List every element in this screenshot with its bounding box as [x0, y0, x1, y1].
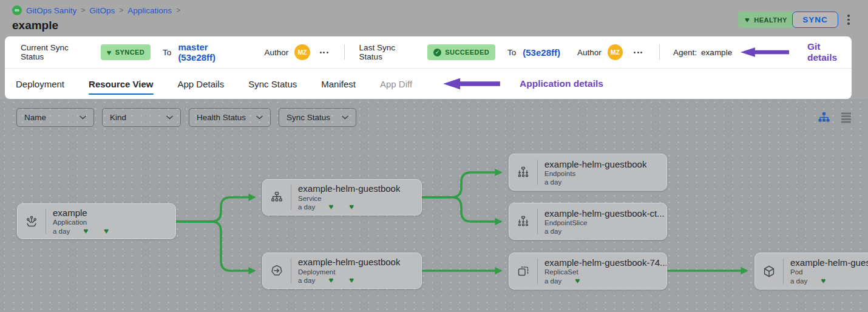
service-icon: [263, 190, 291, 205]
node-age: a day: [53, 228, 70, 235]
gitops-logo-icon: ∞: [12, 5, 22, 15]
agent-value: example: [701, 48, 732, 57]
deployment-icon: [263, 263, 291, 278]
divider: [344, 44, 345, 60]
node-kind: Service: [298, 195, 400, 202]
healthy-heart-icons: ♥: [575, 277, 580, 285]
node-title: example-helm-guestbook-ct...: [544, 208, 665, 219]
breadcrumb-separator: >: [81, 6, 85, 15]
author-label: Author: [577, 48, 602, 57]
annotation-arrow-left-icon: [740, 46, 790, 58]
sync-button[interactable]: SYNC: [792, 12, 838, 28]
tab-manifest[interactable]: Manifest: [321, 69, 356, 99]
node-title: example-helm-guestbook: [298, 257, 400, 267]
app-header-card: Current Sync Status ♥ SYNCED To master (…: [5, 36, 852, 99]
node-kind: Application: [53, 219, 109, 226]
breadcrumb-link-applications[interactable]: Applications: [127, 6, 172, 15]
node-age: a day: [790, 277, 807, 285]
endpoints-icon: [509, 165, 537, 180]
breadcrumb-link-project[interactable]: GitOps Sanity: [26, 6, 76, 15]
node-kind: EndpointSlice: [544, 219, 665, 226]
filter-sync-status-dropdown[interactable]: Sync Status: [279, 108, 356, 127]
chevron-down-icon: [166, 115, 173, 120]
tab-deployment[interactable]: Deployment: [16, 69, 64, 99]
current-sync-status-label: Current Sync Status: [21, 43, 92, 61]
replicaset-icon: [509, 264, 537, 279]
last-sync-status-label: Last Sync Status: [359, 43, 419, 61]
node-pod[interactable]: example-helm-guestbook Pod a day ♥: [754, 253, 868, 290]
last-commit-link[interactable]: (53e28ff): [523, 47, 560, 58]
healthy-heart-icons: ♥: [821, 277, 826, 285]
breadcrumb-separator: >: [176, 6, 180, 15]
divider: [659, 44, 660, 60]
node-title: example: [53, 208, 109, 218]
chevron-down-icon: [256, 115, 263, 120]
node-title: example-helm-guestbook: [298, 183, 400, 194]
node-deployment[interactable]: example-helm-guestbook Deployment a day …: [262, 253, 422, 289]
gitops-app-page: ∞ GitOps Sanity > GitOps > Applications …: [0, 0, 868, 312]
filter-label: Sync Status: [287, 113, 330, 122]
git-details-annotation: Git details: [807, 41, 852, 63]
endpointslice-icon: [509, 214, 537, 229]
more-options-icon[interactable]: [319, 49, 330, 56]
application-details-annotation: Application details: [520, 78, 603, 89]
annotation-arrow-left-icon: [442, 77, 501, 90]
node-application-example[interactable]: example Application a day ♥ ♥: [17, 203, 176, 239]
node-title: example-helm-guestbook: [544, 159, 646, 169]
filter-name-dropdown[interactable]: Name: [16, 108, 94, 127]
node-endpointslice[interactable]: example-helm-guestbook-ct... EndpointSli…: [509, 203, 667, 240]
node-kind: Endpoints: [544, 170, 646, 177]
tab-app-details[interactable]: App Details: [178, 69, 225, 99]
current-commit-link[interactable]: master (53e28ff): [178, 42, 246, 63]
author-avatar: MZ: [294, 44, 310, 60]
healthy-heart-icons: ♥ ♥: [83, 227, 109, 236]
resource-tree-canvas: Name Kind Health Status Sync Status: [0, 99, 868, 312]
filter-health-status-dropdown[interactable]: Health Status: [189, 108, 271, 127]
succeeded-badge: ✓ SUCCEEDED: [427, 44, 495, 60]
node-kind: Deployment: [298, 268, 400, 276]
agent-info: Agent: example: [673, 48, 732, 57]
pod-icon: [755, 264, 783, 279]
health-badge-label: HEALTHY: [754, 16, 787, 24]
node-age: a day: [544, 228, 561, 235]
tab-resource-view[interactable]: Resource View: [89, 69, 153, 99]
sync-status-bar: Current Sync Status ♥ SYNCED To master (…: [5, 36, 852, 68]
author-label: Author: [265, 48, 289, 57]
heart-icon: ♥: [107, 48, 112, 57]
more-options-icon[interactable]: [632, 49, 643, 56]
agent-label: Agent:: [673, 48, 697, 57]
chevron-down-icon: [342, 115, 348, 120]
tab-bar: Deployment Resource View App Details Syn…: [5, 68, 852, 99]
breadcrumb: ∞ GitOps Sanity > GitOps > Applications …: [12, 5, 180, 15]
application-icon: [18, 214, 46, 229]
health-status-badge: ♥ HEALTHY: [738, 12, 794, 28]
check-circle-icon: ✓: [433, 49, 441, 56]
author-avatar: MZ: [608, 44, 623, 60]
chevron-down-icon: [80, 115, 86, 120]
breadcrumb-link-module[interactable]: GitOps: [89, 6, 115, 15]
filter-label: Name: [24, 113, 46, 122]
node-age: a day: [544, 178, 561, 186]
to-label: To: [163, 48, 171, 57]
healthy-heart-icons: ♥ ♥: [328, 276, 354, 285]
list-view-toggle-icon[interactable]: [840, 111, 852, 126]
to-label: To: [507, 48, 516, 57]
healthy-heart-icons: ♥ ♥: [328, 203, 354, 211]
node-kind: Pod: [790, 268, 868, 276]
tree-view-toggle-icon[interactable]: [818, 111, 830, 126]
filter-label: Kind: [110, 113, 126, 122]
succeeded-badge-label: SUCCEEDED: [445, 49, 489, 56]
node-title: example-helm-guestbook-74...: [544, 257, 666, 268]
tab-sync-status[interactable]: Sync Status: [248, 69, 297, 99]
tab-app-diff[interactable]: App Diff: [380, 69, 412, 99]
synced-badge: ♥ SYNCED: [101, 44, 151, 60]
node-service[interactable]: example-helm-guestbook Service a day ♥ ♥: [262, 179, 422, 215]
synced-badge-label: SYNCED: [115, 49, 144, 56]
filter-kind-dropdown[interactable]: Kind: [102, 108, 181, 127]
more-menu-kebab-icon[interactable]: [845, 13, 852, 26]
heart-icon: ♥: [745, 15, 750, 24]
node-replicaset[interactable]: example-helm-guestbook-74... ReplicaSet …: [509, 253, 667, 290]
page-title: example: [12, 19, 58, 32]
node-age: a day: [298, 277, 315, 284]
node-endpoints[interactable]: example-helm-guestbook Endpoints a day: [509, 154, 667, 191]
